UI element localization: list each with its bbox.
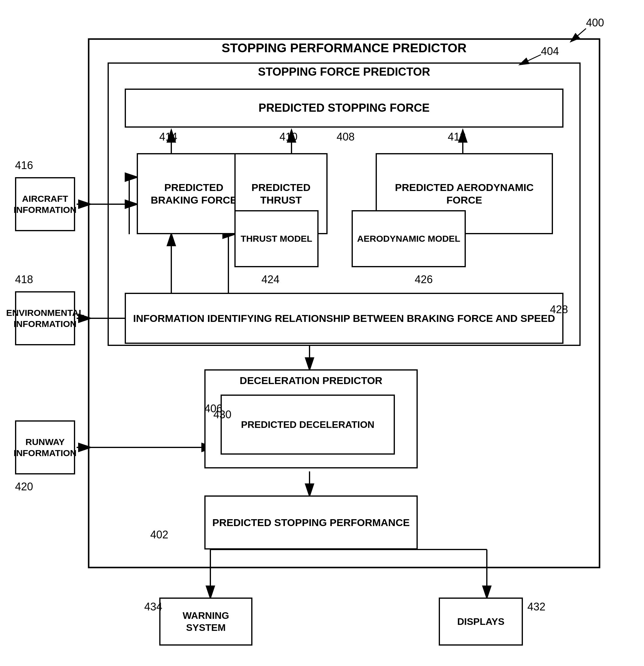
predicted-braking-force-label: PREDICTED BRAKING FORCE [138,180,250,208]
predicted-thrust-label: PREDICTED THRUST [236,180,326,208]
info-identifying-label: INFORMATION IDENTIFYING RELATIONSHIP BET… [131,311,557,326]
info-identifying-box: INFORMATION IDENTIFYING RELATIONSHIP BET… [125,293,563,344]
ref-412: 412 [448,130,466,143]
deceleration-predictor-box: DECELERATION PREDICTOR PREDICTED DECELER… [204,369,418,469]
predicted-stopping-performance-box: PREDICTED STOPPING PERFORMANCE [204,495,418,549]
predicted-stopping-performance-label: PREDICTED STOPPING PERFORMANCE [210,515,412,530]
ref-426: 426 [415,273,433,286]
warning-system-box: WARNING SYSTEM [159,598,252,646]
predicted-aero-force-label: PREDICTED AERODYNAMIC FORCE [377,180,552,208]
predicted-deceleration-label: PREDICTED DECELERATION [239,417,377,432]
predicted-deceleration-box: PREDICTED DECELERATION [221,395,395,455]
ref-414: 414 [159,130,177,143]
displays-label: DISPLAYS [455,614,507,629]
runway-info-box: RUNWAY INFORMATION [15,420,75,474]
aero-model-box: AERODYNAMIC MODEL [352,210,466,267]
ref-408: 408 [337,130,355,143]
environmental-info-box: ENVIRONMENTAL INFORMATION [15,291,75,345]
ref-428: 428 [550,303,568,316]
predicted-stopping-force-box: PREDICTED STOPPING FORCE [125,89,563,128]
aircraft-info-label: AIRCRAFT INFORMATION [11,192,79,217]
thrust-model-label: THRUST MODEL [238,232,315,246]
stopping-force-predictor-label: STOPPING FORCE PREDICTOR [256,64,433,81]
ref-424: 424 [261,273,279,286]
ref-430: 430 [214,408,232,421]
ref-400: 400 [586,17,604,29]
aircraft-info-box: AIRCRAFT INFORMATION [15,177,75,231]
environmental-info-label: ENVIRONMENTAL INFORMATION [4,306,87,331]
ref-432: 432 [527,600,545,613]
warning-system-label: WARNING SYSTEM [160,608,251,635]
displays-box: DISPLAYS [439,598,523,646]
outer-box-label: STOPPING PERFORMANCE PREDICTOR [219,39,469,57]
predicted-stopping-force-label: PREDICTED STOPPING FORCE [256,100,432,117]
stopping-force-predictor-box: STOPPING FORCE PREDICTOR [108,63,580,81]
diagram: 400 404 STOPPING PERFORMANCE PREDICTOR S… [0,0,644,666]
ref-416: 416 [15,159,33,172]
ref-418: 418 [15,273,33,286]
runway-info-label: RUNWAY INFORMATION [11,435,79,460]
deceleration-predictor-label: DECELERATION PREDICTOR [206,373,417,388]
thrust-model-box: THRUST MODEL [234,210,319,267]
ref-420: 420 [15,480,33,493]
outer-box: STOPPING PERFORMANCE PREDICTOR [89,39,599,57]
ref-410: 410 [279,130,298,143]
aero-model-label: AERODYNAMIC MODEL [355,232,462,246]
ref-434: 434 [144,600,162,613]
ref-402: 402 [150,528,168,541]
predicted-braking-force-box: PREDICTED BRAKING FORCE [137,153,251,234]
